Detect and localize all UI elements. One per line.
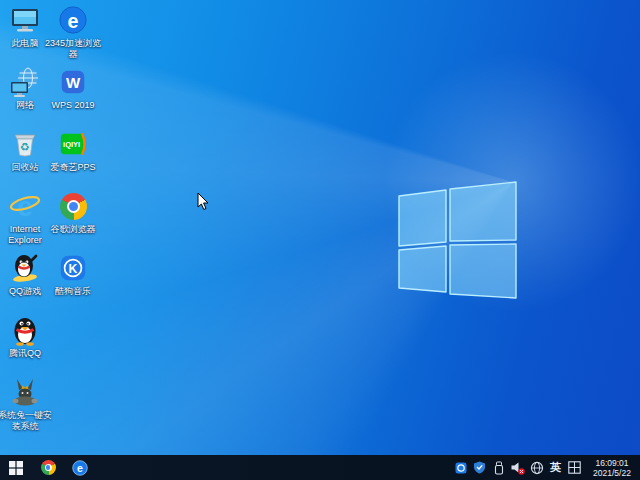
svg-text:e: e (77, 462, 83, 474)
mouse-cursor (197, 192, 211, 212)
tray-usb-button[interactable] (491, 455, 506, 480)
qq-games-icon (9, 252, 41, 284)
tray-security-shield-button[interactable] (472, 455, 487, 480)
tray-volume-muted-button[interactable] (510, 455, 525, 480)
tray-clock[interactable]: 16:09:01 2021/5/22 (586, 458, 638, 478)
usb-drive-icon (493, 461, 505, 475)
iqiyi-icon: iQIYI (57, 128, 89, 160)
desktop: 此电脑 e 2345加速浏览器 网络 (0, 0, 640, 480)
desktop-icon-tencent-qq[interactable]: 腾讯QQ (1, 314, 49, 359)
svg-text:K: K (69, 262, 78, 276)
speaker-muted-icon (511, 461, 525, 475)
kugou-music-icon: K (57, 252, 89, 284)
svg-text:W: W (66, 74, 81, 91)
tray-ime-indicator[interactable]: 英 (548, 460, 563, 475)
chrome-icon (57, 190, 89, 222)
tray-kugou-button[interactable] (453, 455, 468, 480)
svg-text:iQIYI: iQIYI (63, 140, 80, 149)
clock-date: 2021/5/22 (588, 468, 636, 478)
desktop-icon-system-rabbit[interactable]: 系统兔一键安装系统 (1, 376, 49, 432)
desktop-icon-network[interactable]: 网络 (1, 66, 49, 111)
chrome-icon (41, 460, 56, 475)
desktop-icon-label: 腾讯QQ (0, 348, 54, 359)
desktop-icon-this-pc[interactable]: 此电脑 (1, 4, 49, 49)
taskbar-2345-browser-button[interactable]: e (64, 455, 96, 480)
desktop-icon-kugou-music[interactable]: K 酷狗音乐 (49, 252, 97, 297)
svg-text:e: e (68, 10, 79, 32)
desktop-icon-label: 系统兔一键安装系统 (0, 410, 54, 432)
desktop-icon-internet-explorer[interactable]: e Internet Explorer (1, 190, 49, 246)
shield-icon (473, 461, 486, 474)
desktop-icon-qq-games[interactable]: QQ游戏 (1, 252, 49, 297)
this-pc-icon (9, 4, 41, 36)
desktop-icon-label: 爱奇艺PPS (44, 162, 102, 173)
desktop-icon-label: 酷狗音乐 (44, 286, 102, 297)
desktop-icon-iqiyi-pps[interactable]: iQIYI 爱奇艺PPS (49, 128, 97, 173)
start-button[interactable] (0, 455, 32, 480)
desktop-icon-wps-2019[interactable]: W WPS 2019 (49, 66, 97, 111)
desktop-icon-label: 2345加速浏览器 (44, 38, 102, 60)
windows-start-icon (9, 461, 23, 475)
desktop-icon-recycle-bin[interactable]: ♻ 回收站 (1, 128, 49, 173)
taskbar: e (0, 455, 640, 480)
internet-explorer-icon: e (9, 190, 41, 222)
tray-network-button[interactable] (529, 455, 544, 480)
network-icon (9, 66, 41, 98)
desktop-icon-chrome[interactable]: 谷歌浏览器 (49, 190, 97, 235)
taskbar-chrome-button[interactable] (32, 455, 64, 480)
globe-network-icon (530, 461, 544, 475)
clock-time: 16:09:01 (588, 458, 636, 468)
recycle-bin-icon: ♻ (9, 128, 41, 160)
2345-browser-icon: e (57, 4, 89, 36)
desktop-icon-label: 谷歌浏览器 (44, 224, 102, 235)
2345-browser-icon: e (72, 460, 88, 476)
desktop-icon-2345-browser[interactable]: e 2345加速浏览器 (49, 4, 97, 60)
touch-keyboard-icon (568, 461, 581, 474)
system-rabbit-icon (9, 376, 41, 408)
system-tray: 英 16:09:01 2021/5/22 (453, 455, 640, 480)
desktop-icon-label: WPS 2019 (44, 100, 102, 111)
tencent-qq-icon (9, 314, 41, 346)
svg-text:♻: ♻ (20, 141, 30, 153)
tray-touch-keyboard-button[interactable] (567, 455, 582, 480)
wps-icon: W (57, 66, 89, 98)
kugou-tray-icon (455, 462, 467, 474)
